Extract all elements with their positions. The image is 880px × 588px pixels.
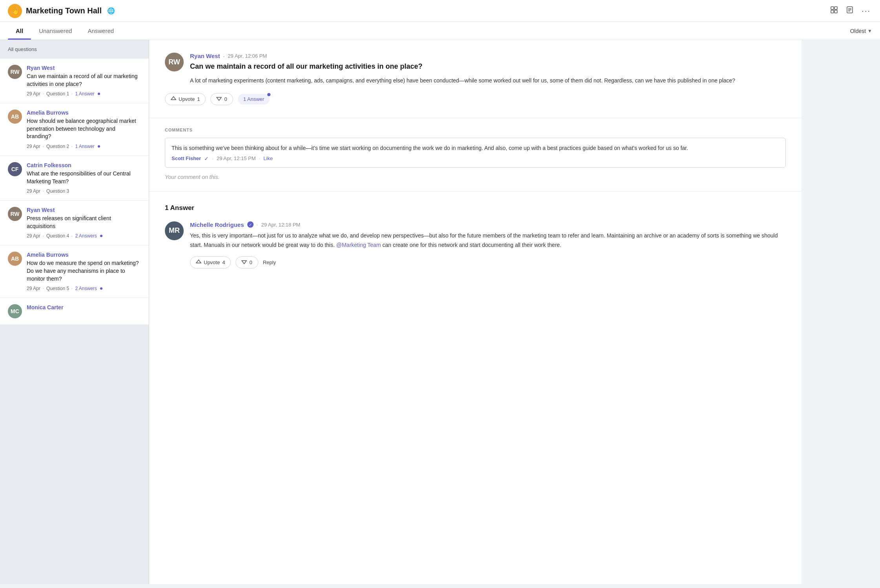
tabs-bar: All Unanswered Answered Oldest ▼ [0, 22, 880, 40]
answer-downvote-icon [241, 259, 247, 266]
detail-question-title: Can we maintain a record of all our mark… [190, 62, 735, 71]
upvote-label: Upvote [179, 96, 195, 102]
mention-tag[interactable]: @Marketing Team [336, 242, 381, 248]
question-number: Question 4 [46, 233, 69, 239]
reply-button[interactable]: Reply [263, 257, 276, 268]
answer-downvote-button[interactable]: 0 [236, 256, 258, 268]
answer-badge: 2 Answers [75, 286, 97, 291]
comment-author: Scott Fisher [172, 155, 201, 161]
answer-upvote-icon [196, 259, 201, 266]
list-item[interactable]: RW Ryan West Can we maintain a record of… [0, 58, 149, 103]
tab-unanswered[interactable]: Unanswered [31, 22, 80, 40]
question-content: Monica Carter [27, 304, 141, 318]
like-button[interactable]: Like [263, 155, 273, 161]
doc-view-button[interactable] [844, 4, 855, 17]
answer-upvote-count: 4 [222, 259, 225, 265]
header: 👋 Marketing Town Hall 🌐 ··· [0, 0, 880, 22]
downvote-count: 0 [224, 96, 227, 102]
answer-indicator-dot [100, 235, 102, 237]
comment-input-placeholder[interactable]: Your comment on this. [165, 172, 786, 182]
question-number: Question 2 [46, 144, 69, 149]
tab-all[interactable]: All [8, 22, 31, 40]
tab-answered[interactable]: Answered [80, 22, 122, 40]
meta-dot: · [71, 144, 73, 149]
meta-dot: · [71, 286, 73, 291]
main-layout: All questions RW Ryan West Can we mainta… [0, 40, 880, 584]
svg-rect-2 [831, 10, 834, 13]
list-item[interactable]: CF Catrin Folkesson What are the respons… [0, 156, 149, 201]
list-item[interactable]: MC Monica Carter [0, 298, 149, 325]
avatar: AB [8, 252, 22, 266]
answer-indicator-dot [98, 145, 100, 148]
detail-author-name: Ryan West [190, 53, 220, 59]
question-detail-header: RW Ryan West · 29 Apr, 12:06 PM Can we m… [165, 53, 786, 85]
avatar-initials: MC [11, 308, 19, 314]
question-text: How do we measure the spend on marketing… [27, 259, 141, 283]
comment-text: This is something we've been thinking ab… [172, 144, 779, 152]
list-item[interactable]: AB Amelia Burrows How should we balance … [0, 103, 149, 156]
upvote-button[interactable]: Upvote 1 [165, 93, 206, 105]
svg-rect-1 [834, 7, 837, 9]
answer-count-button[interactable]: 1 Answer [238, 94, 270, 104]
downvote-button[interactable]: 0 [210, 93, 233, 105]
question-detail: RW Ryan West · 29 Apr, 12:06 PM Can we m… [149, 40, 801, 118]
question-date: 29 Apr [27, 144, 40, 149]
meta-dot: · [43, 144, 44, 149]
answer-dot-sep: · [257, 221, 258, 228]
question-author: Catrin Folkesson [27, 162, 141, 168]
answer-upvote-label: Upvote [204, 259, 220, 265]
answer-upvote-button[interactable]: Upvote 4 [190, 256, 231, 268]
meta-dot: · [43, 286, 44, 291]
question-content: Amelia Burrows How do we measure the spe… [27, 252, 141, 291]
answer-indicator-dot [100, 287, 102, 290]
answer-text: Yes, this is very important—not just for… [190, 231, 786, 250]
comment-dot: · [212, 155, 214, 161]
header-left: 👋 Marketing Town Hall 🌐 [8, 4, 115, 18]
question-meta: 29 Apr · Question 2 · 1 Answer [27, 144, 141, 149]
right-panel [801, 40, 880, 584]
sidebar: All questions RW Ryan West Can we mainta… [0, 40, 149, 584]
question-number: Question 3 [46, 188, 69, 194]
svg-rect-0 [831, 7, 834, 9]
list-item[interactable]: AB Amelia Burrows How do we measure the … [0, 245, 149, 298]
grid-view-button[interactable] [829, 4, 840, 17]
comment-footer: Scott Fisher ✓ · 29 Apr, 12:15 PM · Like [172, 155, 779, 162]
comment-timestamp: 29 Apr, 12:15 PM [217, 155, 256, 161]
question-text: Can we maintain a record of all our mark… [27, 73, 141, 88]
voting-row: Upvote 1 0 1 Answer [165, 93, 786, 105]
answer-text-after: can create one for this network and star… [382, 242, 561, 248]
question-author: Amelia Burrows [27, 252, 141, 258]
comments-label: COMMENTS [165, 128, 786, 132]
avatar: RW [8, 207, 22, 221]
answer-item: MR Michelle Rodrigues ✓ · 29 Apr, 12:18 … [165, 221, 786, 268]
avatar: CF [8, 162, 22, 176]
question-content: Amelia Burrows How should we balance geo… [27, 110, 141, 149]
detail-author-row: Ryan West · 29 Apr, 12:06 PM [190, 53, 735, 59]
question-text: What are the responsibilities of our Cen… [27, 170, 141, 185]
list-item[interactable]: RW Ryan West Press releases on significa… [0, 201, 149, 245]
sort-dropdown[interactable]: Oldest ▼ [850, 28, 872, 34]
verified-icon: ✓ [204, 155, 209, 162]
downvote-icon [216, 96, 222, 102]
meta-dot: · [43, 91, 44, 97]
answer-badge: 1 Answer [75, 144, 94, 149]
question-date: 29 Apr [27, 286, 40, 291]
detail-dot-separator: · [223, 53, 225, 59]
question-meta: 29 Apr · Question 5 · 2 Answers [27, 286, 141, 291]
sidebar-header: All questions [0, 40, 149, 58]
comment-box: This is something we've been thinking ab… [165, 138, 786, 168]
answer-verified-icon: ✓ [247, 221, 254, 228]
avatar-initials: AB [11, 256, 19, 262]
more-options-button[interactable]: ··· [860, 5, 872, 17]
answer-author-name: Michelle Rodrigues [190, 221, 244, 228]
answer-indicator-dot [98, 93, 100, 95]
content-area: RW Ryan West · 29 Apr, 12:06 PM Can we m… [149, 40, 801, 584]
answer-author-row: Michelle Rodrigues ✓ · 29 Apr, 12:18 PM [190, 221, 786, 228]
question-meta: 29 Apr · Question 3 [27, 188, 141, 194]
detail-author-info: Ryan West · 29 Apr, 12:06 PM Can we main… [190, 53, 735, 85]
tabs-list: All Unanswered Answered [8, 22, 122, 40]
answer-content: Michelle Rodrigues ✓ · 29 Apr, 12:18 PM … [190, 221, 786, 268]
avatar: AB [8, 110, 22, 124]
avatar: MC [8, 304, 22, 318]
question-content: Ryan West Can we maintain a record of al… [27, 65, 141, 97]
